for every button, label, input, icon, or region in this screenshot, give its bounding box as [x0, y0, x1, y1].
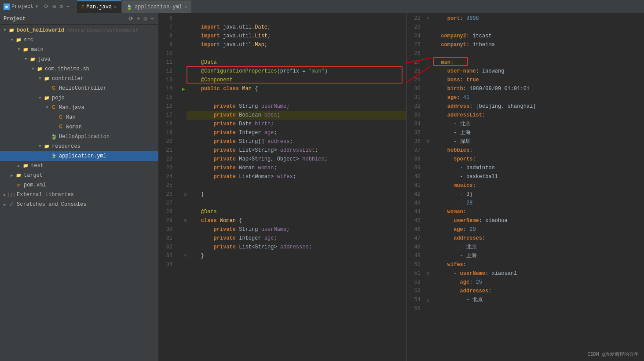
sidebar-item-target[interactable]: 📁 target [0, 171, 158, 180]
code-line-26: } [187, 190, 406, 199]
yaml-line-50: wifes: [433, 260, 644, 269]
run-icon-14[interactable]: ▶ [180, 86, 187, 92]
code-line-25 [187, 181, 406, 190]
sidebar-item-woman[interactable]: C Woman [0, 122, 158, 132]
project-menu[interactable]: ▣ Project ▼ [4, 4, 38, 10]
yaml-code-content[interactable]: 22 23 24 25 26 27 28 29 30 31 32 33 34 3… [406, 13, 644, 361]
code-line-17: private Boolean boss; [187, 111, 406, 120]
java-code-content[interactable]: 6 7 8 9 10 11 12 13 14 15 16 17 18 19 20… [158, 13, 406, 361]
yml-gutter-44 [424, 208, 432, 216]
sidebar: Project ⟳ ÷ ⚙ − 📁 boot_helloworld /Users… [0, 13, 158, 361]
yaml-line-32: address: [beijing, shanghai] [433, 102, 644, 111]
split-icon[interactable]: ⊞ [51, 2, 57, 11]
java-line-numbers: 6 7 8 9 10 11 12 13 14 15 16 17 18 19 20… [158, 13, 176, 361]
folder-icon-src: 📁 [15, 37, 22, 43]
tree-label-target: target [24, 172, 43, 179]
sidebar-minimize-icon[interactable]: − [150, 15, 155, 23]
code-line-10 [187, 49, 406, 58]
tree-arrow-pom [9, 182, 15, 188]
tree-label-hello-app: HelloApplication [59, 134, 110, 140]
sidebar-settings-icon[interactable]: ⚙ [143, 15, 148, 23]
sidebar-item-test[interactable]: 📁 test [0, 161, 158, 171]
tree-label-man-java: Man.java [59, 105, 84, 111]
sidebar-item-man[interactable]: C Man [0, 113, 158, 122]
tree-arrow-com-itheima [30, 66, 36, 72]
tree-arrow-man-java [44, 105, 50, 111]
project-dropdown-arrow: ▼ [35, 4, 38, 9]
sidebar-item-com-itheima[interactable]: 📁 com.itheima.sh [0, 64, 158, 74]
yml-icon-app: 🍃 [50, 153, 57, 159]
sidebar-item-hello-controller[interactable]: C HelloController [0, 84, 158, 93]
sidebar-item-scratches[interactable]: 🖊 Scratches and Consoles [0, 200, 158, 209]
tree-arrow-scratches [2, 201, 8, 208]
sidebar-item-pojo[interactable]: 📁 pojo [0, 93, 158, 103]
tab-man-java-close[interactable]: ✕ [114, 4, 117, 10]
yml-gutter-38 [424, 155, 432, 164]
sidebar-tree: 📁 boot_helloworld /Users/itcast/workcode… [0, 25, 158, 361]
sidebar-item-boot-helloworld[interactable]: 📁 boot_helloworld /Users/itcast/workcode… [0, 26, 158, 35]
code-line-30: private String userName; [187, 225, 406, 234]
yaml-gutter: ✓ ⊟ [424, 13, 433, 361]
watermark: CSDN @热爱编程的五年 [587, 351, 639, 357]
yml-gutter-25 [424, 40, 432, 49]
editor-area: 6 7 8 9 10 11 12 13 14 15 16 17 18 19 20… [158, 13, 644, 361]
tab-man-java[interactable]: C Man.java ✕ [77, 0, 121, 13]
yaml-line-42: - dj [433, 190, 644, 199]
yml-gutter-48 [424, 243, 432, 252]
yaml-line-26 [433, 49, 644, 58]
yml-gutter-53 [424, 287, 432, 295]
tab-application-yml-close[interactable]: ✕ [184, 4, 187, 10]
java-gutter: ▶ ⊟ [176, 13, 187, 361]
yaml-code-lines: port: 9898 company2: itcast company1: it… [433, 13, 644, 361]
sidebar-item-hello-app[interactable]: 🍃 HelloApplication [0, 132, 158, 142]
yaml-line-49: - 上海 [433, 252, 644, 260]
tree-label-controller: controller [52, 76, 84, 82]
tree-label-resources: resources [52, 143, 80, 150]
sidebar-item-man-java-folder[interactable]: C Man.java [0, 103, 158, 113]
code-line-19: private Integer age; [187, 128, 406, 137]
yml-gutter-42 [424, 190, 432, 199]
tree-arrow-test [16, 163, 22, 169]
settings-icon[interactable]: ⚙ [59, 2, 64, 11]
yml-gutter-43 [424, 199, 432, 208]
yaml-line-37: hobbies: [433, 146, 644, 155]
sidebar-title: Project [4, 16, 26, 22]
folder-icon-root: 📁 [8, 27, 15, 33]
tree-arrow-java [23, 56, 29, 62]
yml-gutter-34 [424, 120, 432, 128]
yaml-line-45: userName: xiaohua [433, 216, 644, 225]
sidebar-item-resources[interactable]: 📁 resources [0, 142, 158, 151]
sync-icon[interactable]: ⟳ [43, 2, 50, 11]
code-line-18: private Date birth; [187, 120, 406, 128]
sidebar-item-main[interactable]: 📁 main [0, 45, 158, 55]
folder-icon-java: 📁 [29, 56, 36, 62]
yaml-line-33: addressList: [433, 111, 644, 120]
sidebar-item-external-libs[interactable]: ||| External Libraries [0, 190, 158, 200]
sidebar-item-java[interactable]: 📁 java [0, 55, 158, 64]
tree-arrow-resources [37, 143, 43, 150]
java-tab-icon: C [81, 4, 84, 10]
tab-application-yml[interactable]: 🍃 application.yml ✕ [122, 0, 191, 13]
code-line-22: private Map<String, Object> hobbies; [187, 155, 406, 164]
yml-gutter-51: ⊟ [424, 269, 432, 278]
yml-gutter-35 [424, 128, 432, 137]
yml-gutter-32 [424, 102, 432, 111]
folder-icon-resources: 📁 [43, 143, 50, 150]
sidebar-item-pom-xml[interactable]: m pom.xml [0, 180, 158, 190]
yaml-line-22: port: 9898 [433, 14, 644, 23]
sidebar-item-application-yml[interactable]: 🍃 application.yml [0, 151, 158, 161]
yaml-line-23 [433, 23, 644, 32]
folder-icon-com: 📁 [36, 66, 43, 72]
sidebar-item-controller[interactable]: 📁 controller [0, 74, 158, 84]
app-icon-hello: 🍃 [50, 134, 57, 140]
sidebar-sync-icon[interactable]: ⟳ [128, 15, 134, 23]
sidebar-header-icons: ⟳ ÷ ⚙ − [128, 15, 155, 23]
yaml-line-38: sports: [433, 155, 644, 164]
yml-tab-icon: 🍃 [126, 4, 132, 10]
code-line-12: @ConfigurationProperties(prefix = "man") [187, 67, 406, 76]
sidebar-split-icon[interactable]: ÷ [136, 15, 141, 23]
minus-icon[interactable]: − [66, 3, 71, 11]
sidebar-item-src[interactable]: 📁 src [0, 35, 158, 45]
yml-gutter-28 [424, 67, 432, 76]
java-icon-man: C [57, 114, 64, 120]
